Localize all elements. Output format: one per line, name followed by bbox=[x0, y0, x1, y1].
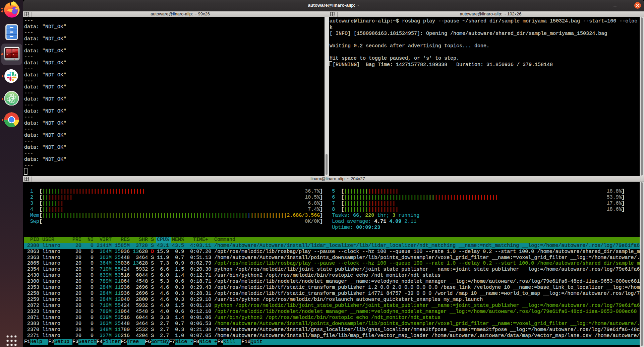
svg-text:_: _ bbox=[14, 55, 15, 57]
svg-text:_: _ bbox=[8, 55, 9, 57]
